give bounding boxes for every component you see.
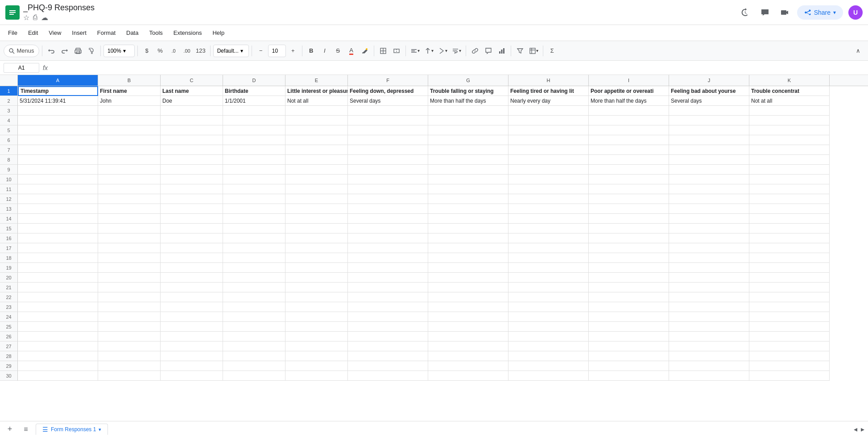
row-num-29[interactable]: 29: [0, 361, 18, 371]
cell-K5[interactable]: [749, 125, 830, 135]
cell-E5[interactable]: [285, 125, 348, 135]
cell-E26[interactable]: [285, 332, 348, 341]
col-header-B[interactable]: B: [98, 75, 161, 86]
cell-J13[interactable]: [669, 204, 749, 214]
history-icon[interactable]: [738, 5, 752, 20]
share-dropdown-icon[interactable]: ▾: [833, 9, 836, 16]
cell-A3[interactable]: [18, 106, 98, 116]
cell-J12[interactable]: [669, 194, 749, 204]
cell-I16[interactable]: [589, 233, 669, 243]
cell-J1[interactable]: Feeling bad about yourse: [669, 86, 749, 96]
cell-I13[interactable]: [589, 204, 669, 214]
halign-btn[interactable]: ▾: [409, 45, 422, 57]
cell-G19[interactable]: [428, 263, 508, 273]
cell-I23[interactable]: [589, 302, 669, 312]
cell-B28[interactable]: [98, 351, 161, 361]
cell-J30[interactable]: [669, 371, 749, 381]
cell-D24[interactable]: [223, 312, 285, 322]
col-header-H[interactable]: H: [508, 75, 589, 86]
cell-H26[interactable]: [508, 332, 589, 341]
row-num-26[interactable]: 26: [0, 332, 18, 341]
cell-F22[interactable]: [348, 292, 428, 302]
sheet-tab-dropdown[interactable]: ▾: [99, 427, 101, 433]
cell-G5[interactable]: [428, 125, 508, 135]
cell-E14[interactable]: [285, 214, 348, 224]
filter-btn[interactable]: [514, 45, 526, 57]
cell-H3[interactable]: [508, 106, 589, 116]
col-header-J[interactable]: J: [669, 75, 749, 86]
cell-K10[interactable]: [749, 175, 830, 184]
menu-help[interactable]: Help: [208, 28, 229, 38]
cell-H21[interactable]: [508, 283, 589, 292]
cell-F19[interactable]: [348, 263, 428, 273]
cell-D21[interactable]: [223, 283, 285, 292]
row-num-12[interactable]: 12: [0, 194, 18, 204]
cell-E22[interactable]: [285, 292, 348, 302]
cell-F8[interactable]: [348, 155, 428, 165]
cell-C3[interactable]: [161, 106, 223, 116]
cell-G16[interactable]: [428, 233, 508, 243]
cell-J20[interactable]: [669, 273, 749, 283]
cell-B23[interactable]: [98, 302, 161, 312]
cell-C20[interactable]: [161, 273, 223, 283]
row-num-4[interactable]: 4: [0, 116, 18, 125]
cell-H25[interactable]: [508, 322, 589, 332]
cell-E7[interactable]: [285, 145, 348, 155]
cell-A2[interactable]: 5/31/2024 11:39:41: [18, 96, 98, 106]
format-123-btn[interactable]: 123: [194, 45, 207, 57]
cell-I1[interactable]: Poor appetite or overeati: [589, 86, 669, 96]
collapse-btn[interactable]: ∧: [852, 45, 864, 57]
cell-K7[interactable]: [749, 145, 830, 155]
cell-E3[interactable]: [285, 106, 348, 116]
cell-A29[interactable]: [18, 361, 98, 371]
cell-G4[interactable]: [428, 116, 508, 125]
cell-B1[interactable]: First name: [98, 86, 161, 96]
cell-D15[interactable]: [223, 224, 285, 233]
cell-I15[interactable]: [589, 224, 669, 233]
font-family-select[interactable]: Default... ▾: [213, 45, 249, 57]
row-num-27[interactable]: 27: [0, 341, 18, 351]
cell-D29[interactable]: [223, 361, 285, 371]
cell-E18[interactable]: [285, 253, 348, 263]
cell-A18[interactable]: [18, 253, 98, 263]
cell-J14[interactable]: [669, 214, 749, 224]
cell-C5[interactable]: [161, 125, 223, 135]
cell-K22[interactable]: [749, 292, 830, 302]
cell-D11[interactable]: [223, 184, 285, 194]
cell-D3[interactable]: [223, 106, 285, 116]
font-size-input[interactable]: 10: [268, 45, 286, 57]
cell-E8[interactable]: [285, 155, 348, 165]
redo-btn[interactable]: [58, 45, 71, 57]
cell-H15[interactable]: [508, 224, 589, 233]
cell-I7[interactable]: [589, 145, 669, 155]
menu-extensions[interactable]: Extensions: [169, 28, 207, 38]
zoom-select[interactable]: 100% ▾: [103, 45, 135, 57]
cell-F12[interactable]: [348, 194, 428, 204]
cell-K26[interactable]: [749, 332, 830, 341]
row-num-10[interactable]: 10: [0, 175, 18, 184]
cell-D23[interactable]: [223, 302, 285, 312]
cell-G27[interactable]: [428, 341, 508, 351]
cell-G7[interactable]: [428, 145, 508, 155]
cell-H11[interactable]: [508, 184, 589, 194]
cell-A17[interactable]: [18, 243, 98, 253]
cell-A24[interactable]: [18, 312, 98, 322]
cell-I19[interactable]: [589, 263, 669, 273]
cell-D18[interactable]: [223, 253, 285, 263]
cell-K27[interactable]: [749, 341, 830, 351]
cell-K13[interactable]: [749, 204, 830, 214]
cell-J5[interactable]: [669, 125, 749, 135]
cell-F10[interactable]: [348, 175, 428, 184]
col-header-F[interactable]: F: [348, 75, 428, 86]
rotate-btn[interactable]: ▾: [436, 45, 449, 57]
cell-K2[interactable]: Not at all: [749, 96, 830, 106]
cell-A11[interactable]: [18, 184, 98, 194]
cell-E16[interactable]: [285, 233, 348, 243]
cell-G17[interactable]: [428, 243, 508, 253]
cell-D17[interactable]: [223, 243, 285, 253]
cell-J21[interactable]: [669, 283, 749, 292]
cell-J22[interactable]: [669, 292, 749, 302]
col-header-K[interactable]: K: [749, 75, 830, 86]
cell-K1[interactable]: Trouble concentrat: [749, 86, 830, 96]
cell-D30[interactable]: [223, 371, 285, 381]
